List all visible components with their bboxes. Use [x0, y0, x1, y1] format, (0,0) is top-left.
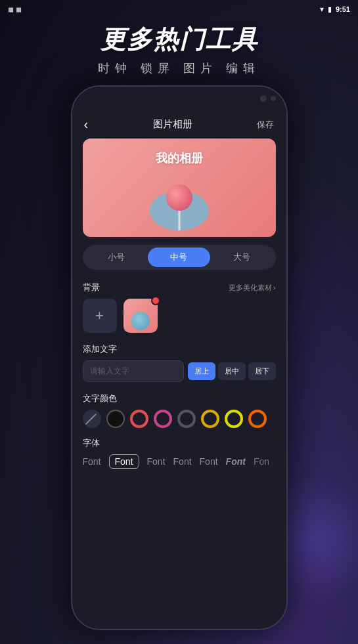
status-icon-1: ◼ ◼	[8, 5, 22, 14]
font-item-3[interactable]: Font	[147, 456, 166, 467]
lollipop-ball	[166, 184, 192, 211]
color-section-label: 文字颜色	[83, 393, 276, 404]
phone-mockup: ‹ 图片相册 保存 我的相册 小号 中号 大号 背景 更多美化素材 ›	[71, 85, 288, 630]
color-none[interactable]	[83, 410, 101, 428]
bg-add-button[interactable]: +	[83, 299, 117, 333]
status-bar: ◼ ◼ ▾ ▮ 9:51	[0, 0, 358, 18]
bg-thumb-1[interactable]	[123, 299, 158, 333]
align-top-btn[interactable]: 居上	[188, 362, 215, 380]
font-section: 字体 Font Font Font Font	[72, 433, 286, 473]
status-time: 9:51	[336, 5, 350, 13]
bg-more-link[interactable]: 更多美化素材 ›	[229, 283, 276, 293]
bg-section-header: 背景 更多美化素材 ›	[83, 282, 276, 293]
save-button[interactable]: 保存	[257, 119, 274, 131]
background-section: 背景 更多美化素材 › +	[72, 276, 286, 338]
phone-camera	[260, 95, 276, 102]
bg-label: 背景	[83, 282, 100, 293]
font-label-1: Font	[83, 456, 101, 467]
wifi-icon: ▾	[320, 5, 324, 14]
font-label-4: Font	[173, 456, 192, 467]
text-input-field[interactable]: 请输入文字	[83, 360, 184, 382]
font-item-4[interactable]: Font	[173, 456, 192, 467]
color-pink[interactable]	[154, 410, 172, 428]
phone-screen: ‹ 图片相册 保存 我的相册 小号 中号 大号 背景 更多美化素材 ›	[72, 110, 286, 629]
align-bot-btn[interactable]: 居下	[248, 362, 276, 380]
font-item-6[interactable]: Font	[226, 456, 246, 467]
bg-thumb-inner	[131, 312, 150, 330]
preview-title: 我的相册	[83, 150, 276, 166]
size-btn-small[interactable]: 小号	[85, 247, 148, 267]
font-item-5[interactable]: Font	[200, 456, 218, 467]
lollipop-stick	[178, 207, 180, 230]
color-red[interactable]	[130, 410, 148, 428]
status-right: ▾ ▮ 9:51	[320, 5, 350, 14]
font-label-3: Font	[147, 456, 166, 467]
size-btn-large[interactable]: 大号	[210, 247, 273, 267]
back-button[interactable]: ‹	[84, 117, 89, 132]
text-section-label: 添加文字	[83, 343, 276, 355]
status-left: ◼ ◼	[8, 5, 22, 14]
color-yellow[interactable]	[225, 410, 243, 428]
size-btn-medium[interactable]: 中号	[148, 247, 210, 267]
color-dark[interactable]	[177, 410, 196, 428]
bg-thumb-badge	[151, 296, 160, 305]
app-header: ‹ 图片相册 保存	[72, 110, 286, 139]
camera-dot-1	[260, 95, 267, 102]
font-label-7: Fon	[254, 456, 269, 467]
font-item-1[interactable]: Font	[83, 456, 101, 467]
bg-items: +	[83, 299, 276, 333]
font-section-label: 字体	[83, 437, 276, 449]
app-title: 图片相册	[153, 118, 192, 131]
size-selector: 小号 中号 大号	[83, 245, 276, 270]
text-section: 添加文字 请输入文字 居上 居中 居下	[72, 338, 286, 387]
align-buttons: 居上 居中 居下	[188, 362, 276, 380]
text-input-row: 请输入文字 居上 居中 居下	[83, 360, 276, 382]
color-section: 文字颜色	[72, 387, 286, 433]
hero-section: 更多热门工具 时钟 锁屏 图片 编辑	[0, 23, 358, 76]
font-label-5: Font	[200, 456, 218, 467]
align-mid-btn[interactable]: 居中	[218, 362, 246, 380]
font-label-6: Font	[226, 456, 246, 467]
font-row: Font Font Font Font Font	[83, 454, 276, 469]
hero-title: 更多热门工具	[0, 23, 358, 56]
phone-top-bar	[72, 87, 286, 110]
color-black[interactable]	[106, 410, 125, 428]
bg-more-icon: ›	[273, 284, 276, 291]
hero-subtitle: 时钟 锁屏 图片 编辑	[0, 60, 358, 76]
preview-area: 我的相册	[83, 139, 276, 237]
camera-dot-2	[271, 96, 276, 101]
color-row	[83, 410, 276, 428]
bg-more-text: 更多美化素材	[229, 283, 272, 293]
color-gold[interactable]	[201, 410, 219, 428]
color-orange[interactable]	[248, 410, 267, 428]
font-item-2[interactable]: Font	[109, 454, 139, 469]
battery-icon: ▮	[328, 5, 332, 14]
font-item-7[interactable]: Fon	[254, 456, 269, 467]
font-label-2: Font	[109, 454, 139, 469]
text-input-placeholder: 请输入文字	[90, 366, 129, 376]
